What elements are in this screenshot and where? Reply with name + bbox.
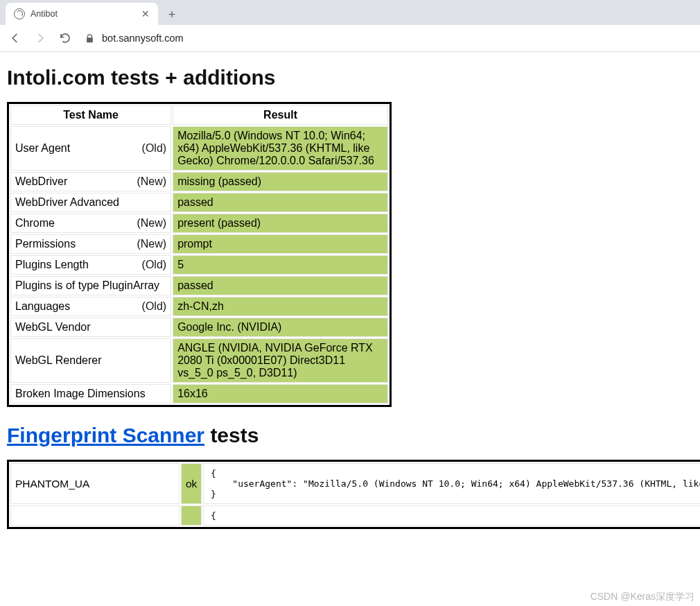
test-tag: (Old) [142,300,167,313]
browser-chrome: Antibot ✕ + bot.sannysoft.com [0,0,700,52]
table-row: Broken Image Dimensions16x16 [10,384,388,404]
page-content: Intoli.com tests + additions Test Name R… [0,52,700,535]
heading-suffix: tests [204,424,259,447]
test-name-cell: Chrome(New) [10,214,171,233]
test-name-cell: Plugins is of type PluginArray [10,276,171,295]
test-result-cell: Mozilla/5.0 (Windows NT 10.0; Win64; x64… [173,126,388,171]
fingerprint-scanner-link[interactable]: Fingerprint Scanner [7,424,204,447]
test-result-cell: Google Inc. (NVIDIA) [173,318,388,337]
new-tab-button[interactable]: + [162,4,182,25]
forward-button[interactable] [29,27,51,49]
test-name-cell: Languages(Old) [10,297,171,316]
test-name-cell: Plugins Length(Old) [10,255,171,275]
test-result-cell: prompt [173,234,388,254]
table-row: PHANTOM_UAok{ "userAgent": "Mozilla/5.0 … [10,463,700,504]
table-row: Languages(Old)zh-CN,zh [10,297,388,316]
tests-table: Test Name Result User Agent(Old)Mozilla/… [7,102,392,407]
globe-icon [14,8,25,19]
test-result-cell: zh-CN,zh [173,297,388,316]
reload-button[interactable] [54,27,76,49]
table-row: WebDriver Advancedpassed [10,193,388,212]
fp-status-cell [181,505,202,526]
test-result-cell: 5 [173,255,388,275]
test-result-cell: 16x16 [173,384,388,404]
tab-title: Antibot [30,9,141,19]
test-tag: (Old) [142,142,167,155]
test-result-cell: ANGLE (NVIDIA, NVIDIA GeForce RTX 2080 T… [173,338,388,383]
lock-icon [85,33,95,44]
test-name-cell: WebDriver Advanced [10,193,171,212]
url-text: bot.sannysoft.com [102,33,184,44]
table-row: Chrome(New)present (passed) [10,214,388,233]
table-row: WebGL RendererANGLE (NVIDIA, NVIDIA GeFo… [10,338,388,383]
test-name-cell: WebGL Vendor [10,318,171,337]
back-button[interactable] [4,27,26,49]
test-tag: (Old) [142,259,167,271]
table-row: Plugins Length(Old)5 [10,255,388,275]
test-name-cell: Permissions(New) [10,234,171,254]
test-name-cell: User Agent(Old) [10,126,171,171]
test-name-cell: WebDriver(New) [10,172,171,191]
test-tag: (New) [137,238,166,250]
fp-status-cell: ok [181,463,202,504]
col-result: Result [173,105,388,125]
fp-detail-cell: { "userAgent": "Mozilla/5.0 (Windows NT … [203,463,700,504]
fp-name-cell [10,505,180,526]
browser-tab[interactable]: Antibot ✕ [6,3,158,25]
heading-intoli: Intoli.com tests + additions [7,66,693,89]
test-name-cell: WebGL Renderer [10,338,171,383]
test-result-cell: passed [173,193,388,212]
test-tag: (New) [137,217,166,230]
table-row: { [10,505,700,526]
test-tag: (New) [137,175,166,188]
fp-name-cell: PHANTOM_UA [10,463,180,504]
test-result-cell: present (passed) [173,214,388,233]
test-result-cell: missing (passed) [173,172,388,191]
table-row: Permissions(New)prompt [10,234,388,254]
table-row: WebDriver(New)missing (passed) [10,172,388,191]
toolbar: bot.sannysoft.com [0,25,700,51]
test-name-cell: Broken Image Dimensions [10,384,171,404]
table-row: Plugins is of type PluginArraypassed [10,276,388,295]
fingerprint-table: PHANTOM_UAok{ "userAgent": "Mozilla/5.0 … [7,460,700,529]
fp-detail-cell: { [203,505,700,526]
table-row: WebGL VendorGoogle Inc. (NVIDIA) [10,318,388,337]
tab-bar: Antibot ✕ + [0,0,700,25]
col-test-name: Test Name [10,105,171,125]
table-row: User Agent(Old)Mozilla/5.0 (Windows NT 1… [10,126,388,171]
close-icon[interactable]: ✕ [141,8,150,19]
heading-fingerprint: Fingerprint Scanner tests [7,424,693,447]
test-result-cell: passed [173,276,388,295]
address-bar[interactable]: bot.sannysoft.com [85,28,696,49]
